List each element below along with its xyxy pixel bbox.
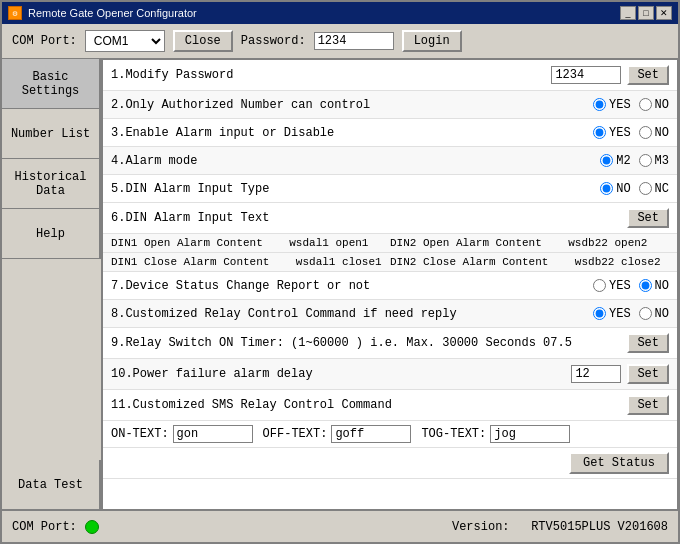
din1-open-label: DIN1 Open Alarm Content — [111, 237, 263, 249]
tog-text-input[interactable] — [490, 425, 570, 443]
authorized-yes-option[interactable]: YES — [593, 98, 631, 112]
relay-control-yes-option[interactable]: YES — [593, 307, 631, 321]
row-din-type: 5.DIN Alarm Input Type NO NC — [103, 175, 677, 203]
din-type-radio-group: NO NC — [600, 182, 669, 196]
com-port-label: COM Port: — [12, 34, 77, 48]
din1-close-spacer — [276, 256, 289, 268]
din-type-nc-radio[interactable] — [639, 182, 652, 195]
minimize-button[interactable]: _ — [620, 6, 636, 20]
authorized-no-radio[interactable] — [639, 98, 652, 111]
row-enable-alarm: 3.Enable Alarm input or Disable YES NO — [103, 119, 677, 147]
on-text-group: ON-TEXT: — [111, 425, 253, 443]
power-failure-set-button[interactable]: Set — [627, 364, 669, 384]
row-relay-timer: 9.Relay Switch ON Timer: (1~60000 ) i.e.… — [103, 328, 677, 359]
off-text-group: OFF-TEXT: — [263, 425, 412, 443]
sidebar: Basic Settings Number List HistoricalDat… — [2, 59, 102, 510]
din1-close-value: wsdal1 close1 — [296, 256, 382, 268]
status-report-yes-option[interactable]: YES — [593, 279, 631, 293]
enable-alarm-yes-option[interactable]: YES — [593, 126, 631, 140]
din-text-set-button[interactable]: Set — [627, 208, 669, 228]
enable-alarm-no-option[interactable]: NO — [639, 126, 669, 140]
din-open-row: DIN1 Open Alarm Content wsdal1 open1 DIN… — [103, 234, 677, 253]
relay-control-no-option[interactable]: NO — [639, 307, 669, 321]
authorized-label: 2.Only Authorized Number can control — [111, 98, 585, 112]
power-failure-label: 10.Power failure alarm delay — [111, 367, 571, 381]
din2-close-col: DIN2 Close Alarm Content wsdb22 close2 — [390, 256, 669, 268]
alarm-mode-m3-radio[interactable] — [639, 154, 652, 167]
din-type-no-option[interactable]: NO — [600, 182, 630, 196]
status-report-no-radio[interactable] — [639, 279, 652, 292]
alarm-mode-m2-option[interactable]: M2 — [600, 154, 630, 168]
tog-text-label: TOG-TEXT: — [421, 427, 486, 441]
din2-close-value: wsdb22 close2 — [575, 256, 661, 268]
login-button[interactable]: Login — [402, 30, 462, 52]
relay-control-label: 8.Customized Relay Control Command if ne… — [111, 307, 585, 321]
sidebar-item-basic-settings[interactable]: Basic Settings — [2, 59, 101, 109]
password-input[interactable] — [314, 32, 394, 50]
modify-password-input[interactable] — [551, 66, 621, 84]
sms-relay-set-button[interactable]: Set — [627, 395, 669, 415]
row-sms-relay: 11.Customized SMS Relay Control Command … — [103, 390, 677, 421]
row-authorized: 2.Only Authorized Number can control YES… — [103, 91, 677, 119]
alarm-mode-m2-radio[interactable] — [600, 154, 613, 167]
window-title: Remote Gate Opener Configurator — [28, 7, 614, 19]
sms-text-inputs-row: ON-TEXT: OFF-TEXT: TOG-TEXT: — [103, 421, 677, 448]
relay-control-yes-radio[interactable] — [593, 307, 606, 320]
close-button[interactable]: Close — [173, 30, 233, 52]
alarm-mode-m3-option[interactable]: M3 — [639, 154, 669, 168]
enable-alarm-no-radio[interactable] — [639, 126, 652, 139]
row-power-failure: 10.Power failure alarm delay Set — [103, 359, 677, 390]
modify-password-label: 1.Modify Password — [111, 68, 551, 82]
alarm-mode-label: 4.Alarm mode — [111, 154, 592, 168]
modify-password-set-button[interactable]: Set — [627, 65, 669, 85]
version-display: Version: RTV5015PLUS V201608 — [452, 520, 668, 534]
status-report-no-option[interactable]: NO — [639, 279, 669, 293]
sms-relay-label: 11.Customized SMS Relay Control Command — [111, 398, 621, 412]
din2-open-spacer — [548, 237, 561, 249]
din2-open-value: wsdb22 open2 — [568, 237, 647, 249]
din1-open-col: DIN1 Open Alarm Content wsdal1 open1 — [111, 237, 390, 249]
off-text-label: OFF-TEXT: — [263, 427, 328, 441]
sidebar-item-number-list[interactable]: Number List — [2, 109, 101, 159]
close-window-button[interactable]: ✕ — [656, 6, 672, 20]
din-close-row: DIN1 Close Alarm Content wsdal1 close1 D… — [103, 253, 677, 272]
din-type-label: 5.DIN Alarm Input Type — [111, 182, 592, 196]
power-failure-input[interactable] — [571, 365, 621, 383]
main-panel: 1.Modify Password Set 2.Only Authorized … — [102, 59, 678, 510]
maximize-button[interactable]: □ — [638, 6, 654, 20]
authorized-no-option[interactable]: NO — [639, 98, 669, 112]
app-icon: ⚙ — [8, 6, 22, 20]
com-port-select[interactable]: COM1 COM2 COM3 — [85, 30, 165, 52]
get-status-button[interactable]: Get Status — [569, 452, 669, 474]
status-report-yes-radio[interactable] — [593, 279, 606, 292]
enable-alarm-yes-radio[interactable] — [593, 126, 606, 139]
enable-alarm-label: 3.Enable Alarm input or Disable — [111, 126, 585, 140]
on-text-input[interactable] — [173, 425, 253, 443]
status-report-radio-group: YES NO — [593, 279, 669, 293]
enable-alarm-radio-group: YES NO — [593, 126, 669, 140]
sidebar-item-historical-data[interactable]: HistoricalData — [2, 159, 101, 209]
tog-text-group: TOG-TEXT: — [421, 425, 570, 443]
din-type-nc-option[interactable]: NC — [639, 182, 669, 196]
main-window: ⚙ Remote Gate Opener Configurator _ □ ✕ … — [0, 0, 680, 544]
row-status-report: 7.Device Status Change Report or not YES… — [103, 272, 677, 300]
row-alarm-mode: 4.Alarm mode M2 M3 — [103, 147, 677, 175]
alarm-mode-radio-group: M2 M3 — [600, 154, 669, 168]
sidebar-item-help[interactable]: Help — [2, 209, 101, 259]
toolbar: COM Port: COM1 COM2 COM3 Close Password:… — [2, 24, 678, 59]
din-text-label: 6.DIN Alarm Input Text — [111, 211, 621, 225]
authorized-yes-radio[interactable] — [593, 98, 606, 111]
din2-open-label: DIN2 Open Alarm Content — [390, 237, 542, 249]
title-bar: ⚙ Remote Gate Opener Configurator _ □ ✕ — [2, 2, 678, 24]
din-type-no-radio[interactable] — [600, 182, 613, 195]
row-modify-password: 1.Modify Password Set — [103, 60, 677, 91]
sidebar-item-data-test[interactable]: Data Test — [2, 460, 101, 510]
on-text-label: ON-TEXT: — [111, 427, 169, 441]
din1-open-value: wsdal1 open1 — [289, 237, 368, 249]
relay-control-no-radio[interactable] — [639, 307, 652, 320]
din1-close-col: DIN1 Close Alarm Content wsdal1 close1 — [111, 256, 390, 268]
relay-timer-label: 9.Relay Switch ON Timer: (1~60000 ) i.e.… — [111, 336, 621, 350]
relay-timer-set-button[interactable]: Set — [627, 333, 669, 353]
row-relay-control: 8.Customized Relay Control Command if ne… — [103, 300, 677, 328]
off-text-input[interactable] — [331, 425, 411, 443]
